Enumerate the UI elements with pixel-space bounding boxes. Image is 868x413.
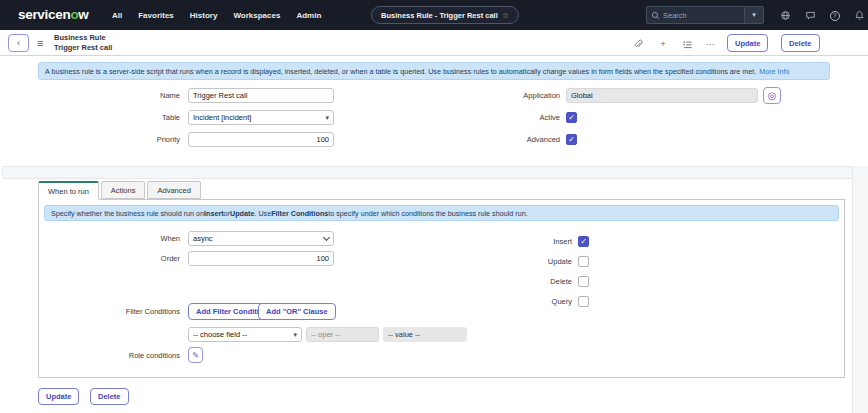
record-type: Business Rule	[54, 33, 112, 43]
nav-item-admin[interactable]: Admin	[296, 11, 321, 20]
tab-when-to-run[interactable]: When to run	[38, 181, 99, 200]
application-label: Application	[440, 88, 560, 103]
table-caret-icon: ▾	[325, 114, 329, 122]
search-icon	[647, 11, 663, 20]
top-navbar: servicenow All Favorites History Workspa…	[0, 0, 868, 30]
query-checkbox[interactable]	[578, 296, 589, 307]
order-input[interactable]	[188, 251, 334, 266]
active-label: Active	[440, 110, 560, 125]
condition-value-text: -- value --	[388, 330, 462, 339]
banner-bold-filter-conditions: Filter Conditions	[271, 209, 328, 218]
application-value: Global	[571, 91, 753, 100]
favorite-star-icon[interactable]: ☆	[502, 11, 509, 20]
banner-bold-insert: Insert	[204, 209, 224, 218]
priority-input[interactable]	[188, 132, 334, 147]
condition-operator-value: -- oper --	[311, 330, 374, 339]
business-rule-info-banner: A business rule is a server-side script …	[38, 62, 830, 80]
priority-label: Priority	[60, 132, 180, 147]
when-select[interactable]: async	[188, 231, 334, 246]
name-input[interactable]	[188, 88, 334, 103]
servicenow-page: servicenow All Favorites History Workspa…	[0, 0, 868, 413]
query-label: Query	[460, 294, 572, 309]
delete-button-header[interactable]: Delete	[781, 34, 820, 52]
add-icon[interactable]: +	[656, 38, 670, 50]
order-label: Order	[60, 251, 180, 266]
filter-conditions-label: Filter Conditions	[60, 304, 180, 319]
search-input[interactable]	[663, 11, 744, 20]
insert-label: Insert	[460, 234, 572, 249]
add-or-clause-button[interactable]: Add "OR" Clause	[258, 303, 336, 320]
chat-icon[interactable]	[804, 9, 817, 22]
when-label: When	[60, 231, 180, 246]
form-header-bar: ‹ ≡ Business Rule Trigger Rest call + ··…	[0, 30, 868, 56]
servicenow-logo[interactable]: servicenow	[18, 7, 89, 22]
record-name: Trigger Rest call	[54, 43, 112, 53]
table-label: Table	[60, 110, 180, 125]
role-conditions-label: Role conditions	[60, 348, 180, 363]
application-scope-button[interactable]: ◎	[763, 87, 781, 104]
logo-text: servicen	[18, 7, 70, 22]
condition-field-caret-icon: ▾	[293, 331, 297, 339]
when-chevron-down-icon	[323, 233, 330, 240]
back-button[interactable]: ‹	[8, 34, 29, 52]
banner-seg: Specify whether the business rule should…	[51, 209, 204, 218]
nav-item-workspaces[interactable]: Workspaces	[233, 11, 280, 20]
name-label: Name	[60, 88, 180, 103]
activity-stream-icon[interactable]	[680, 38, 694, 50]
record-title: Business Rule Trigger Rest call	[54, 33, 112, 53]
condition-value-field: -- value --	[383, 327, 467, 342]
current-record-pill[interactable]: Business Rule - Trigger Rest call ☆	[371, 6, 519, 24]
table-select[interactable]: Incident [incident] ▾	[188, 110, 334, 125]
tab-actions[interactable]: Actions	[101, 181, 146, 199]
update-button-header[interactable]: Update	[727, 34, 768, 52]
when-to-run-info-banner: Specify whether the business rule should…	[44, 205, 839, 221]
when-value: async	[193, 234, 324, 243]
notifications-bell-icon[interactable]	[853, 9, 866, 22]
banner-seg: to specify under which conditions the bu…	[328, 209, 527, 218]
update-checkbox[interactable]	[578, 256, 589, 267]
delete-checkbox[interactable]	[578, 276, 589, 287]
active-checkbox[interactable]	[566, 112, 577, 123]
more-options-icon[interactable]: ···	[703, 38, 717, 50]
nav-item-favorites[interactable]: Favorites	[138, 11, 174, 20]
delete-button-footer[interactable]: Delete	[90, 388, 129, 405]
nav-menu: All Favorites History Workspaces Admin	[112, 0, 321, 30]
tab-advanced[interactable]: Advanced	[147, 181, 200, 199]
section-separator	[2, 166, 866, 179]
form-tabs: When to run Actions Advanced	[38, 181, 203, 200]
insert-checkbox[interactable]	[578, 236, 589, 247]
scrollbar-track[interactable]	[852, 166, 868, 413]
more-info-link[interactable]: More Info	[759, 67, 789, 76]
banner-bold-update: Update	[230, 209, 254, 218]
context-menu-icon[interactable]: ≡	[37, 34, 43, 52]
condition-field-value: -- choose field --	[193, 330, 290, 339]
nav-item-all[interactable]: All	[112, 11, 122, 20]
info-banner-text: A business rule is a server-side script …	[45, 67, 756, 76]
update-label: Update	[460, 254, 572, 269]
globe-icon[interactable]	[779, 9, 792, 22]
pill-label: Business Rule - Trigger Rest call	[381, 11, 498, 20]
condition-field-select[interactable]: -- choose field -- ▾	[188, 327, 302, 342]
scope-icon: ◎	[768, 90, 777, 101]
help-icon[interactable]: ?	[828, 9, 841, 22]
pencil-icon: ✎	[192, 351, 199, 360]
logo-text-end: w	[78, 7, 88, 22]
delete-label: Delete	[460, 274, 572, 289]
table-value: Incident [incident]	[193, 113, 322, 122]
condition-operator-field: -- oper --	[306, 327, 379, 342]
banner-seg: . Use	[254, 209, 271, 218]
global-search: ▾	[646, 6, 764, 24]
attachment-icon[interactable]	[631, 38, 645, 50]
application-field: Global	[566, 88, 758, 103]
advanced-checkbox[interactable]	[566, 134, 577, 145]
nav-item-history[interactable]: History	[190, 11, 218, 20]
update-button-footer[interactable]: Update	[38, 388, 79, 405]
advanced-label: Advanced	[440, 132, 560, 147]
role-conditions-edit-button[interactable]: ✎	[188, 347, 203, 363]
search-scope-caret[interactable]: ▾	[744, 7, 763, 23]
back-icon: ‹	[17, 38, 20, 48]
help-glyph: ?	[830, 11, 840, 21]
